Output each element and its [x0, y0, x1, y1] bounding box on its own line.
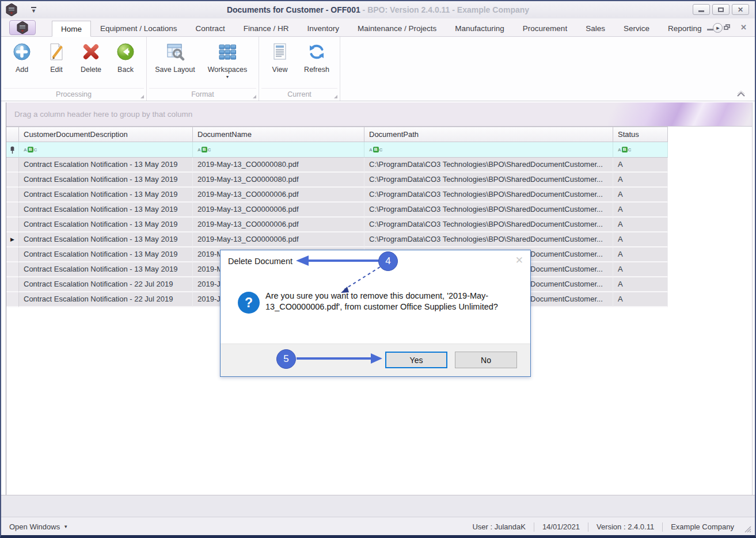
cell-description[interactable]: Contract Escalation Notification - 13 Ma…	[19, 188, 193, 203]
cell-status[interactable]: A	[613, 203, 668, 218]
minimize-button[interactable]	[693, 4, 710, 15]
table-row[interactable]: ▶ Contract Escalation Notification - 13 …	[6, 232, 668, 247]
view-button[interactable]: View	[265, 40, 295, 88]
quick-access-dropdown-icon[interactable]: ▼	[31, 7, 36, 13]
delete-button[interactable]: Delete	[76, 40, 106, 88]
application-menu-button[interactable]	[9, 20, 36, 35]
cell-documentpath[interactable]: C:\ProgramData\CO3 Technologies\BPO\Shar…	[364, 158, 613, 173]
window-title: Documents for Customer - OFF001 - BPO: V…	[1, 5, 755, 14]
ribbon-group-processing: Add Edit Delete	[1, 37, 147, 101]
abc-filter-icon: ABC	[197, 147, 211, 152]
cell-status[interactable]: A	[613, 232, 668, 247]
resize-grip-icon[interactable]	[744, 525, 751, 533]
ribbon-tab[interactable]: Maintenance / Projects	[348, 21, 446, 36]
filter-input-status[interactable]: ABC	[613, 142, 668, 158]
collapse-ribbon-icon[interactable]	[736, 90, 746, 97]
child-window-controls: ✕	[707, 23, 747, 31]
cell-status[interactable]: A	[613, 247, 668, 262]
maximize-button[interactable]	[712, 4, 730, 15]
cell-status[interactable]: A	[613, 277, 668, 292]
add-button[interactable]: Add	[7, 40, 37, 88]
cell-documentname[interactable]: 2019-May-13_CO0000080.pdf	[193, 158, 364, 173]
chevron-down-icon: ▼	[63, 524, 68, 529]
group-caption-processing: Processing	[3, 88, 144, 101]
back-button[interactable]: Back	[111, 40, 140, 88]
ribbon-tab[interactable]: Home	[52, 21, 91, 37]
grid-header-row: CustomerDocumentDescription DocumentName…	[6, 127, 668, 142]
cell-description[interactable]: Contract Escalation Notification - 22 Ju…	[19, 292, 193, 307]
group-by-bar[interactable]: Drag a column header here to group by th…	[6, 102, 752, 127]
column-header-status[interactable]: Status	[613, 127, 668, 142]
question-icon: ?	[238, 292, 260, 314]
cell-description[interactable]: Contract Escalation Notification - 13 Ma…	[19, 173, 193, 188]
close-button[interactable]: ✕	[732, 4, 749, 15]
table-row[interactable]: Contract Escalation Notification - 13 Ma…	[6, 218, 668, 232]
cell-documentname[interactable]: 2019-May-13_CO0000006.pdf	[193, 203, 364, 218]
ribbon-tab[interactable]: Equipment / Locations	[91, 21, 187, 36]
cell-description[interactable]: Contract Escalation Notification - 13 Ma…	[19, 218, 193, 232]
ribbon-tab[interactable]: Manufacturing	[446, 21, 514, 36]
restore-icon	[724, 24, 730, 30]
cell-documentpath[interactable]: C:\ProgramData\CO3 Technologies\BPO\Shar…	[364, 232, 613, 247]
filter-pin-cell[interactable]	[6, 142, 19, 158]
edit-button[interactable]: Edit	[41, 40, 71, 88]
dialog-button-bar: Yes No	[221, 344, 530, 376]
refresh-button[interactable]: Refresh	[299, 40, 334, 88]
cell-description[interactable]: Contract Escalation Notification - 13 Ma…	[19, 247, 193, 262]
ribbon-tab[interactable]: Contract	[187, 21, 234, 36]
child-minimize-button[interactable]	[707, 23, 713, 31]
ribbon-tab[interactable]: Sales	[576, 21, 614, 36]
group-by-hint: Drag a column header here to group by th…	[14, 110, 192, 119]
cell-documentpath[interactable]: C:\ProgramData\CO3 Technologies\BPO\Shar…	[364, 218, 613, 232]
cell-status[interactable]: A	[613, 292, 668, 307]
yes-button[interactable]: Yes	[385, 352, 447, 368]
column-header-customerdocumentdescription[interactable]: CustomerDocumentDescription	[19, 127, 193, 142]
cell-description[interactable]: Contract Escalation Notification - 22 Ju…	[19, 277, 193, 292]
table-row[interactable]: Contract Escalation Notification - 13 Ma…	[6, 173, 668, 188]
ribbon-tab[interactable]: Finance / HR	[234, 21, 298, 36]
annotation-step-5: 5	[276, 349, 296, 369]
cell-description[interactable]: Contract Escalation Notification - 13 Ma…	[19, 262, 193, 277]
abc-filter-icon: ABC	[369, 147, 382, 152]
cell-status[interactable]: A	[613, 173, 668, 188]
open-windows-button[interactable]: Open Windows ▼	[9, 522, 68, 531]
cell-description[interactable]: Contract Escalation Notification - 13 Ma…	[19, 232, 193, 247]
workspaces-button[interactable]: Workspaces ▼	[202, 40, 253, 88]
cell-documentname[interactable]: 2019-May-13_CO0000080.pdf	[193, 173, 364, 188]
table-row[interactable]: Contract Escalation Notification - 13 Ma…	[6, 158, 668, 173]
close-icon: ✕	[740, 23, 747, 32]
tab-label: Service	[624, 24, 649, 33]
dialog-close-icon[interactable]: ✕	[515, 254, 523, 266]
no-button[interactable]: No	[455, 352, 517, 368]
cell-description[interactable]: Contract Escalation Notification - 13 Ma…	[19, 203, 193, 218]
column-header-documentpath[interactable]: DocumentPath	[364, 127, 613, 142]
child-close-button[interactable]: ✕	[740, 23, 747, 31]
cell-status[interactable]: A	[613, 188, 668, 203]
child-restore-button[interactable]	[724, 23, 730, 31]
table-row[interactable]: Contract Escalation Notification - 13 Ma…	[6, 188, 668, 203]
row-indicator	[6, 277, 19, 292]
ribbon-tab[interactable]: Inventory	[298, 21, 348, 36]
cell-status[interactable]: A	[613, 218, 668, 232]
cell-documentpath[interactable]: C:\ProgramData\CO3 Technologies\BPO\Shar…	[364, 188, 613, 203]
cell-documentname[interactable]: 2019-May-13_CO0000006.pdf	[193, 218, 364, 232]
save-layout-button[interactable]: Save Layout	[153, 40, 197, 88]
filter-input-documentname[interactable]: ABC	[193, 142, 364, 158]
tab-label: Equipment / Locations	[100, 24, 177, 33]
ribbon-tab[interactable]: Reporting	[659, 21, 711, 36]
ribbon-tab[interactable]: Procurement	[514, 21, 576, 36]
filter-input-description[interactable]: ABC	[19, 142, 193, 158]
cell-documentname[interactable]: 2019-May-13_CO0000006.pdf	[193, 232, 364, 247]
filter-input-documentpath[interactable]: ABC	[364, 142, 613, 158]
ribbon-tab[interactable]: Service	[614, 21, 659, 36]
cell-status[interactable]: A	[613, 158, 668, 173]
cell-documentpath[interactable]: C:\ProgramData\CO3 Technologies\BPO\Shar…	[364, 203, 613, 218]
column-header-documentname[interactable]: DocumentName	[193, 127, 364, 142]
cell-documentpath[interactable]: C:\ProgramData\CO3 Technologies\BPO\Shar…	[364, 173, 613, 188]
table-row[interactable]: Contract Escalation Notification - 13 Ma…	[6, 203, 668, 218]
cell-documentname[interactable]: 2019-May-13_CO0000006.pdf	[193, 188, 364, 203]
cell-status[interactable]: A	[613, 262, 668, 277]
title-bar: ▼ Documents for Customer - OFF001 - BPO:…	[1, 1, 755, 18]
cell-description[interactable]: Contract Escalation Notification - 13 Ma…	[19, 158, 193, 173]
status-separator	[534, 522, 534, 532]
